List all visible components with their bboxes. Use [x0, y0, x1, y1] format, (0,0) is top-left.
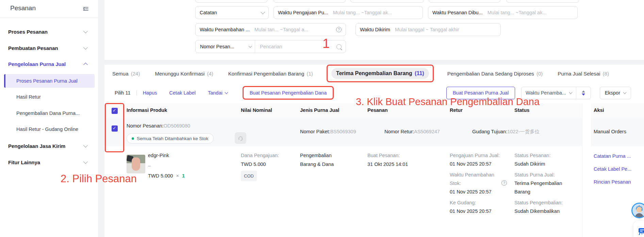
filter-input-partial-1[interactable] [195, 0, 267, 3]
paket-label: Nomor Paket: [300, 129, 330, 134]
tab-count: (0) [536, 71, 543, 77]
buat-pesanan-pengembalian-dana-button[interactable]: Buat Pesanan Pengembalian Dana [250, 90, 327, 96]
sidebar-item-pembuatan-pesanan[interactable]: Pembuatan Pesanan [8, 43, 90, 53]
gudang-value: 1022-一货多位 [507, 129, 540, 134]
sidebar: Pesanan Proses Pesanan Pembuatan Pesanan… [0, 0, 98, 237]
fixed-column-gap [582, 103, 591, 237]
catatan-purna-link[interactable]: Catatan Purna ... [594, 150, 631, 163]
retur-item: Pengajuan Purna Jual: 01 Nov 2025 20:57 [450, 151, 504, 168]
sidebar-item-label: Fitur Lainnya [8, 159, 40, 165]
status-item-label: Status Purna Jual: [514, 171, 577, 179]
stock-status-badge: Semua Telah Ditambahkan ke Stok [127, 133, 214, 143]
cetak-label-button[interactable]: Cetak Label [169, 90, 196, 96]
help-icon[interactable] [336, 27, 342, 32]
waktu-dikirim-field[interactable]: Waktu Dikirim Mulai tanggal ~ Tanggal ak… [356, 23, 501, 36]
annotation-box-active-tab: Terima Pengembalian Barang (11) [327, 65, 434, 82]
tab-label: Semua [112, 71, 129, 77]
filter-input-partial-2[interactable] [274, 0, 346, 3]
sort-direction-toggle[interactable] [576, 87, 591, 99]
status-item: Status Pengembalian: Sudah Dikembalikan [514, 199, 577, 216]
sidebar-item-fitur-lainnya[interactable]: Fitur Lainnya [8, 157, 90, 167]
header-aksi: Aksi [594, 107, 604, 113]
sidebar-item-proses-pesanan[interactable]: Proses Pesanan [8, 27, 90, 37]
retur-item-value: 01 Nov 2025 20:57 [450, 207, 504, 216]
waktu-penambahan-field[interactable]: Waktu Penambahan ... Mulai tan... ~Tangg… [195, 23, 346, 36]
annotation-step2: 2. Pilih Pesanan [61, 173, 137, 185]
annotation-step1: 1 [323, 36, 330, 51]
sidebar-item-hasil-retur[interactable]: Hasil Retur [16, 92, 93, 102]
order-number-label: Nomor Pesanan: [127, 123, 164, 129]
rincian-pesanan-link[interactable]: Rincian Pesanan [594, 175, 631, 188]
status-item-value: Sudah Dikembalikan [514, 207, 577, 216]
hapus-button[interactable]: Hapus [143, 90, 157, 96]
sidebar-item-hasil-retur-gudang-online[interactable]: Hasil Retur - Gudang Online [16, 124, 93, 134]
field-label: Waktu Dikirim [360, 27, 390, 32]
tab-purna-jual-selesai[interactable]: Purna Jual Selesai (8) [558, 71, 609, 77]
collapse-sidebar-icon[interactable] [82, 5, 89, 12]
chevron-down-icon [225, 90, 228, 94]
chevron-down-icon [83, 143, 88, 148]
section-divider-band [104, 60, 644, 65]
tab-menunggu-konfirmasi[interactable]: Menunggu Konfirmasi (4) [155, 71, 213, 77]
annotation-step3: 3. Klik Buat Pesanan Pengembalian Dana [356, 96, 540, 107]
paket-value: BS5069309 [330, 129, 356, 134]
sidebar-item-label: Hasil Retur [16, 94, 41, 100]
field-placeholder: Mulai tang... ~Tanggal ak... [333, 10, 392, 15]
header-pesanan: Pesanan [367, 107, 388, 113]
pesanan-value: 31 Okt 2025 14:01 [367, 160, 408, 169]
search-type-label: Nomor Pesan... [200, 44, 234, 49]
sidebar-item-proses-pesanan-purna-jual-active[interactable]: Proses Pesanan Purna Jual [4, 74, 95, 88]
filter-input-partial-5[interactable] [506, 0, 579, 3]
order-group-row: Nomor Pesanan:OD5069080 Semua Telah Dita… [104, 118, 644, 146]
filter-input-partial-3[interactable] [350, 0, 424, 3]
waktu-pengajuan-field[interactable]: Waktu Pengajuan Pu... Mulai tang... ~Tan… [274, 6, 423, 19]
sidebar-item-label: Pengelolaan Purna Jual [8, 61, 66, 67]
sidebar-item-pengembalian-dana-purna[interactable]: Pengembalian Dana Purna... [16, 108, 93, 118]
retur-item: Ke Gudang: 01 Nov 2025 20:57 [450, 199, 504, 216]
field-label: Waktu Penambahan ... [200, 27, 250, 32]
help-icon[interactable] [501, 180, 507, 186]
field-placeholder: Mulai tanggal ~ Tanggal akhir [395, 27, 459, 32]
sidebar-item-pengelolaan-jasa-kirim[interactable]: Pengelolaan Jasa Kirim [8, 141, 90, 151]
tandai-dropdown[interactable]: Tandai [208, 90, 228, 96]
field-placeholder: Mulai tan... ~Tanggal a... [254, 27, 308, 32]
stock-status-text: Semua Telah Ditambahkan ke Stok [137, 136, 209, 141]
chevron-down-icon [83, 29, 88, 33]
group-aksi-text: Manual Orders [594, 128, 626, 136]
waktu-pesanan-dibuat-field[interactable]: Waktu Pesanan Dibu... Mulai tang... ~Tan… [428, 6, 578, 19]
headset-icon[interactable] [235, 132, 246, 144]
retur-value: AS5069247 [414, 129, 440, 134]
chevron-down-icon [249, 44, 252, 48]
retur-item-value: 01 Nov 2025 20:57 [450, 188, 504, 196]
field-label: Waktu Pesanan Dibu... [432, 10, 483, 15]
tandai-label: Tandai [208, 90, 222, 96]
order-checkbox[interactable] [112, 125, 118, 132]
ekspor-button[interactable]: Ekspor [600, 87, 631, 99]
select-all-checkbox[interactable] [112, 108, 118, 114]
cetak-label-link[interactable]: Cetak Label Pe... [594, 163, 631, 175]
status-item-value: Sudah Dikirim [514, 160, 577, 168]
search-input[interactable] [255, 44, 332, 49]
chevron-down-icon [623, 90, 627, 94]
tab-count: (24) [131, 71, 140, 77]
status-column: Status Pesanan: Sudah Dikirim Status Pur… [514, 151, 577, 218]
search-icon[interactable] [336, 44, 342, 49]
sidebar-item-pengelolaan-purna-jual[interactable]: Pengelolaan Purna Jual [8, 59, 90, 69]
retur-number: Nomor Retur:AS5069247 [384, 128, 440, 136]
tab-semua[interactable]: Semua (24) [112, 71, 140, 77]
tab-pengembalian-dana-sedang-diproses[interactable]: Pengembalian Dana Sedang Diproses (0) [447, 71, 543, 77]
sidebar-content-gutter [98, 0, 104, 237]
product-image[interactable] [127, 155, 145, 173]
filter-input-partial-4[interactable] [429, 0, 500, 3]
nominal-label: Dana Pengajuan: [241, 151, 279, 160]
tab-terima-pengembalian-barang[interactable]: Terima Pengembalian Barang (11) [331, 68, 429, 79]
ekspor-label: Ekspor [605, 90, 620, 96]
search-type-select[interactable]: Nomor Pesan... [196, 40, 255, 53]
sidebar-item-label: Proses Pesanan [8, 29, 48, 35]
field-label: Waktu Pengajuan Pu... [278, 10, 328, 15]
tab-count: (8) [603, 71, 609, 77]
catatan-select[interactable]: Catatan [195, 6, 269, 19]
announcement-widget[interactable] [633, 221, 644, 237]
sort-desc-icon [582, 94, 585, 96]
tab-konfirmasi-pengembalian-barang[interactable]: Konfirmasi Pengembalian Barang (1) [228, 71, 313, 77]
